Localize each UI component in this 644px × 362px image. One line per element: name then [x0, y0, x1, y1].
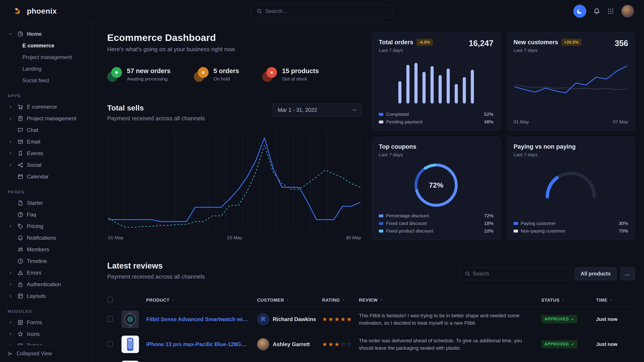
- user-avatar[interactable]: [621, 5, 634, 18]
- tag-icon: [17, 223, 24, 229]
- legend-item: Fixed card discount18%: [379, 221, 494, 226]
- card-caption: Last 7 days: [379, 48, 433, 53]
- legend-label: Non-paying customer: [521, 228, 566, 234]
- review-text: The order was delivered ahead of schedul…: [359, 337, 541, 352]
- product-link[interactable]: Fitbit Sense Advanced Smartwatch with To…: [146, 316, 257, 323]
- sidebar-item-social[interactable]: Social: [0, 159, 93, 171]
- x-axis-label: 07 May: [613, 119, 628, 125]
- stats-row: 57 new ordersAwating processing5 ordersO…: [107, 67, 362, 94]
- brand[interactable]: phoenix: [12, 6, 57, 16]
- collapsed-view-toggle[interactable]: Collapsed View: [0, 345, 93, 362]
- sidebar-item-notifications[interactable]: Notifications: [0, 232, 93, 244]
- product-image: [122, 361, 139, 362]
- sidebar-item-social-feed[interactable]: Social feed: [0, 75, 93, 86]
- stat-caption: Out of stock: [282, 76, 319, 82]
- search-input[interactable]: [266, 8, 388, 14]
- legend-value: 52%: [484, 112, 494, 117]
- caret-right-icon: [7, 271, 14, 275]
- sort-icon: [172, 298, 175, 303]
- product-image[interactable]: [122, 311, 139, 328]
- sidebar-item-label: Icons: [27, 331, 40, 337]
- row-checkbox[interactable]: [107, 316, 113, 322]
- reviews-subtitle: Payment received across all channels: [107, 273, 205, 280]
- sidebar-item-landing[interactable]: Landing: [0, 63, 93, 75]
- column-header-customer[interactable]: CUSTOMER: [257, 298, 322, 303]
- sidebar-item-layouts[interactable]: Layouts: [0, 290, 93, 302]
- page-subtitle: Here's what's going on at your business …: [107, 46, 362, 53]
- chat-icon: [17, 127, 24, 133]
- total-orders-card: Total orders -6.8% Last 7 days 16,247 Co…: [372, 32, 500, 131]
- sort-icon: [286, 298, 289, 303]
- product-link[interactable]: iPhone 13 pro max-Pacific Blue-128GB sto…: [146, 341, 257, 348]
- sidebar-item-email[interactable]: Email: [0, 136, 93, 148]
- x-icon: [266, 67, 277, 78]
- stat-value: 15 products: [282, 67, 319, 75]
- star-icon: ★: [346, 316, 352, 323]
- star-icon: ★: [334, 316, 340, 323]
- sidebar-item-label: Pricing: [27, 223, 43, 229]
- new-customers-value: 356: [615, 39, 628, 48]
- sidebar-item-authentication[interactable]: Authentication: [0, 279, 93, 290]
- apps-grid-button[interactable]: [607, 8, 614, 14]
- column-header-product[interactable]: PRODUCT: [146, 298, 257, 303]
- stat-text: 57 new ordersAwating processing: [127, 67, 170, 82]
- sidebar-item-faq[interactable]: Faq: [0, 209, 93, 220]
- change-badge: +26.5%: [562, 39, 581, 46]
- forms-icon: [17, 320, 24, 325]
- select-all-checkbox[interactable]: [107, 297, 113, 303]
- star-solid-icon: [111, 67, 122, 78]
- stat-value: 57 new orders: [127, 67, 170, 75]
- sidebar-item-e-commerce[interactable]: E commerce: [0, 101, 93, 113]
- sidebar-item-calendar[interactable]: Calendar: [0, 171, 93, 182]
- sidebar-item-tables[interactable]: Tables: [0, 340, 93, 345]
- column-header-review[interactable]: REVIEW: [359, 298, 541, 303]
- reviews-search-input[interactable]: [473, 271, 566, 277]
- caret-right-icon: [7, 282, 14, 286]
- notifications-button[interactable]: [594, 8, 600, 14]
- column-header-status[interactable]: STATUS: [541, 298, 596, 303]
- avatar: [257, 338, 269, 350]
- legend-value: 10%: [484, 228, 494, 234]
- sidebar-item-errors[interactable]: Errors: [0, 267, 93, 279]
- stat-icon: [107, 67, 122, 82]
- star-icon: ★: [322, 316, 328, 323]
- top-coupons-card: Top coupons Last 7 days 72% Percentage d…: [372, 137, 500, 240]
- newcust-x-labels: 01 May07 May: [514, 119, 628, 125]
- theme-toggle-button[interactable]: [573, 5, 586, 18]
- sidebar-item-home[interactable]: Home: [0, 28, 93, 40]
- sidebar-item-events[interactable]: Events: [0, 148, 93, 159]
- column-header-time[interactable]: TIME: [596, 298, 635, 303]
- sidebar-item-pricing[interactable]: Pricing: [0, 220, 93, 232]
- grid-icon: [607, 8, 614, 14]
- sidebar-item-forms[interactable]: Forms: [0, 317, 93, 328]
- sidebar-item-e-commerce[interactable]: E commerce: [0, 40, 93, 51]
- legend-value: 48%: [484, 119, 494, 125]
- sidebar-item-timeline[interactable]: Timeline: [0, 255, 93, 267]
- sidebar-nav: HomeE commerceProject managementLandingS…: [0, 22, 93, 345]
- card-caption: Last 7 days: [379, 152, 494, 157]
- row-checkbox[interactable]: [107, 341, 113, 347]
- legend-value: 18%: [484, 221, 494, 226]
- sidebar-item-chat[interactable]: Chat: [0, 124, 93, 136]
- column-header-rating[interactable]: RATING: [322, 298, 359, 303]
- sidebar-item-label: Email: [27, 139, 40, 145]
- stat-caption: On hold: [214, 76, 239, 82]
- all-products-button[interactable]: All products: [575, 267, 617, 280]
- product-image[interactable]: [122, 336, 139, 353]
- more-options-button[interactable]: ...: [620, 267, 635, 280]
- latest-reviews-section: Latest reviews Payment received across a…: [93, 249, 644, 362]
- sidebar-item-icons[interactable]: Icons: [0, 328, 93, 340]
- total-orders-bar-chart: [384, 61, 489, 103]
- total-sells-title: Total sells: [107, 103, 205, 112]
- sidebar-item-project-management[interactable]: Project management: [0, 113, 93, 124]
- bookmark-icon: [17, 150, 24, 156]
- change-badge: -6.8%: [416, 39, 433, 46]
- sidebar-item-label: E commerce: [27, 104, 57, 110]
- sidebar-item-project-management[interactable]: Project management: [0, 51, 93, 63]
- sidebar-item-starter[interactable]: Starter: [0, 197, 93, 209]
- date-range-select[interactable]: Mar 1 - 31, 2022: [272, 103, 362, 116]
- sidebar-item-members[interactable]: Members: [0, 244, 93, 255]
- question-icon: [17, 212, 24, 218]
- star-icon: ☆: [340, 341, 346, 348]
- caret-right-icon: [7, 116, 14, 120]
